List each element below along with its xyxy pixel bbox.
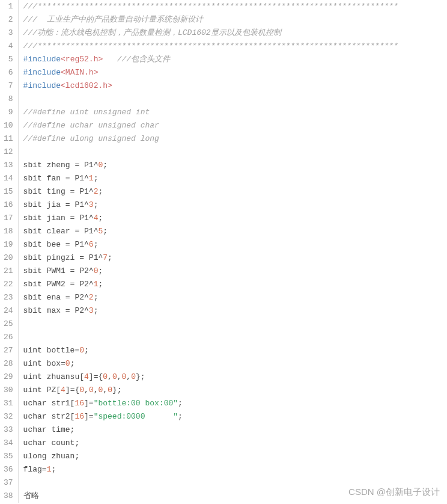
line-number: 12 <box>4 146 13 159</box>
code-line: flag=1; <box>23 463 447 476</box>
line-number: 33 <box>4 423 13 437</box>
code-line: #include<MAIN.h> <box>23 66 447 79</box>
code-line: ///*************************************… <box>23 0 447 13</box>
line-number: 31 <box>4 397 13 410</box>
code-line: ///功能：流水线电机控制，产品数量检测，LCD1602显示以及包装机控制 <box>23 26 447 40</box>
code-line: sbit jian = P1^4; <box>23 212 447 225</box>
code-line <box>23 476 447 490</box>
token: 0 <box>79 386 84 395</box>
line-number: 11 <box>4 132 13 146</box>
token: #include <box>23 55 61 64</box>
token: ///功能：流水线电机控制，产品数量检测，LCD1602显示以及包装机控制 <box>23 28 281 37</box>
token: ]={ <box>89 372 103 381</box>
code-line: uchar str1[16]="bottle:00 box:00"; <box>23 397 447 410</box>
line-number: 13 <box>4 159 13 172</box>
token: ///包含头文件 <box>117 55 170 64</box>
token: ]= <box>84 399 94 408</box>
token: ]= <box>84 412 94 421</box>
token: //#define ulong unsigned long <box>23 134 159 143</box>
token: 16 <box>74 412 84 421</box>
token: sbit ena = P2^ <box>23 293 89 302</box>
token: 0 <box>65 359 70 368</box>
token: 2 <box>89 293 94 302</box>
token: ; <box>108 253 112 262</box>
token: uchar str1[ <box>23 399 75 408</box>
token: ; <box>103 227 108 236</box>
token: sbit ting = P1^ <box>23 187 94 196</box>
token <box>103 55 117 64</box>
code-line: #include<lcd1602.h> <box>23 79 447 93</box>
code-line: sbit pingzi = P1^7; <box>23 251 447 265</box>
token: ; <box>98 214 103 223</box>
token: uint zhuansu[ <box>23 372 84 381</box>
token: ; <box>94 306 99 315</box>
code-line: sbit bee = P1^6; <box>23 238 447 251</box>
line-number: 3 <box>4 26 13 40</box>
line-number: 14 <box>4 172 13 185</box>
code-line: uint PZ[4]={0,0,0,0}; <box>23 384 447 397</box>
token: ; <box>98 187 103 196</box>
token: , <box>84 386 89 395</box>
line-number: 24 <box>4 304 13 318</box>
token: 6 <box>89 240 94 249</box>
token: 4 <box>61 386 65 395</box>
line-number: 10 <box>4 119 13 132</box>
line-number: 30 <box>4 384 13 397</box>
line-number: 5 <box>4 53 13 66</box>
line-number: 21 <box>4 265 13 278</box>
code-line: //#define ulong unsigned long <box>23 132 447 146</box>
code-line: ulong zhuan; <box>23 450 447 463</box>
token: 0 <box>103 372 108 381</box>
token: /// 工业生产中的产品数量自动计量系统创新设计 <box>23 15 203 24</box>
token: ; <box>178 412 183 421</box>
line-number: 16 <box>4 198 13 212</box>
code-line: sbit zheng = P1^0; <box>23 159 447 172</box>
line-number: 15 <box>4 185 13 198</box>
code-line <box>23 318 447 331</box>
token: ; <box>94 174 99 183</box>
code-line: #include<reg52.h> ///包含头文件 <box>23 53 447 66</box>
token: ; <box>70 359 75 368</box>
token: uchar count; <box>23 438 80 447</box>
line-number: 19 <box>4 238 13 251</box>
code-line: sbit ting = P1^2; <box>23 185 447 198</box>
code-line: uchar count; <box>23 437 447 450</box>
line-number: 17 <box>4 212 13 225</box>
code-line: sbit jia = P1^3; <box>23 198 447 212</box>
token: ; <box>94 200 99 209</box>
line-number: 9 <box>4 106 13 119</box>
token: , <box>108 372 112 381</box>
line-number: 6 <box>4 66 13 79</box>
token: , <box>94 386 99 395</box>
code-area: ///*************************************… <box>19 0 447 503</box>
token: flag= <box>23 465 47 474</box>
token: ///*************************************… <box>23 41 398 51</box>
token: <MAIN.h> <box>61 68 98 77</box>
token: sbit bee = P1^ <box>23 240 89 249</box>
code-line: /// 工业生产中的产品数量自动计量系统创新设计 <box>23 13 447 26</box>
code-line: uint zhuansu[4]={0,0,0,0}; <box>23 370 447 384</box>
token: ; <box>94 240 99 249</box>
token: sbit pingzi = P1^ <box>23 253 103 262</box>
token: 1 <box>89 174 94 183</box>
code-line: sbit PWM2 = P2^1; <box>23 278 447 291</box>
code-line <box>23 331 447 344</box>
line-number: 23 <box>4 291 13 304</box>
code-line: ///*************************************… <box>23 40 447 53</box>
code-line <box>23 146 447 159</box>
line-number: 18 <box>4 225 13 238</box>
code-line: sbit clear = P1^5; <box>23 225 447 238</box>
line-number: 25 <box>4 318 13 331</box>
code-line: uchar str2[16]="speed:0000 "; <box>23 410 447 423</box>
line-number: 1 <box>4 0 13 13</box>
line-number: 35 <box>4 450 13 463</box>
token: ulong zhuan; <box>23 452 80 461</box>
token: //#define uchar unsigned char <box>23 121 159 130</box>
code-editor: 1234567891011121314151617181920212223242… <box>0 0 447 503</box>
line-number: 34 <box>4 437 13 450</box>
line-number: 8 <box>4 93 13 106</box>
token: 省略 <box>23 491 39 500</box>
code-line: sbit fan = P1^1; <box>23 172 447 185</box>
token: uint box= <box>23 359 65 368</box>
line-number: 37 <box>4 476 13 490</box>
